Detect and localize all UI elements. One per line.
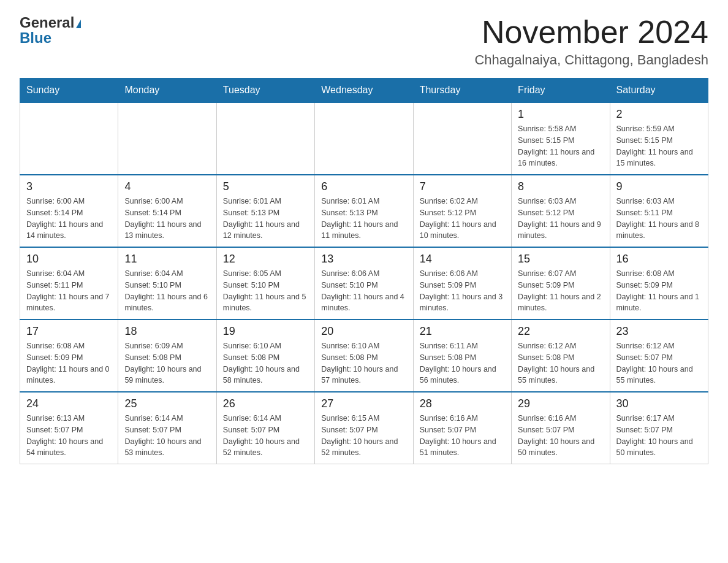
- day-info: Sunrise: 6:17 AMSunset: 5:07 PMDaylight:…: [616, 413, 702, 459]
- calendar-week-row: 3Sunrise: 6:00 AMSunset: 5:14 PMDaylight…: [20, 175, 708, 247]
- table-row: 21Sunrise: 6:11 AMSunset: 5:08 PMDayligh…: [413, 320, 511, 392]
- day-number: 8: [518, 180, 603, 193]
- table-row: 14Sunrise: 6:06 AMSunset: 5:09 PMDayligh…: [413, 247, 511, 320]
- day-info: Sunrise: 6:12 AMSunset: 5:07 PMDaylight:…: [616, 340, 702, 386]
- calendar-table: Sunday Monday Tuesday Wednesday Thursday…: [20, 78, 708, 464]
- day-info: Sunrise: 6:16 AMSunset: 5:07 PMDaylight:…: [420, 413, 505, 459]
- day-number: 12: [223, 253, 308, 266]
- table-row: 2Sunrise: 5:59 AMSunset: 5:15 PMDaylight…: [610, 102, 708, 175]
- table-row: 1Sunrise: 5:58 AMSunset: 5:15 PMDaylight…: [512, 102, 610, 175]
- day-number: 3: [26, 180, 112, 193]
- day-number: 29: [518, 397, 603, 410]
- col-header-tuesday: Tuesday: [216, 79, 314, 103]
- col-header-friday: Friday: [512, 79, 610, 103]
- day-info: Sunrise: 6:03 AMSunset: 5:11 PMDaylight:…: [616, 196, 702, 242]
- day-number: 16: [616, 253, 702, 266]
- day-number: 14: [420, 253, 505, 266]
- col-header-wednesday: Wednesday: [315, 79, 413, 103]
- day-info: Sunrise: 6:13 AMSunset: 5:07 PMDaylight:…: [26, 413, 112, 459]
- table-row: 7Sunrise: 6:02 AMSunset: 5:12 PMDaylight…: [413, 175, 511, 247]
- day-info: Sunrise: 6:09 AMSunset: 5:08 PMDaylight:…: [124, 340, 210, 386]
- day-number: 19: [223, 325, 308, 338]
- table-row: 15Sunrise: 6:07 AMSunset: 5:09 PMDayligh…: [512, 247, 610, 320]
- day-number: 26: [223, 397, 308, 410]
- col-header-monday: Monday: [118, 79, 216, 103]
- table-row: 25Sunrise: 6:14 AMSunset: 5:07 PMDayligh…: [118, 392, 216, 464]
- day-info: Sunrise: 6:14 AMSunset: 5:07 PMDaylight:…: [124, 413, 210, 459]
- logo-triangle-icon: [76, 20, 81, 28]
- table-row: 11Sunrise: 6:04 AMSunset: 5:10 PMDayligh…: [118, 247, 216, 320]
- day-info: Sunrise: 6:02 AMSunset: 5:12 PMDaylight:…: [420, 196, 505, 242]
- table-row: 22Sunrise: 6:12 AMSunset: 5:08 PMDayligh…: [512, 320, 610, 392]
- day-info: Sunrise: 6:04 AMSunset: 5:11 PMDaylight:…: [26, 268, 112, 314]
- calendar-week-row: 1Sunrise: 5:58 AMSunset: 5:15 PMDaylight…: [20, 102, 708, 175]
- day-number: 28: [420, 397, 505, 410]
- day-number: 18: [124, 325, 210, 338]
- calendar-week-row: 17Sunrise: 6:08 AMSunset: 5:09 PMDayligh…: [20, 320, 708, 392]
- table-row: 16Sunrise: 6:08 AMSunset: 5:09 PMDayligh…: [610, 247, 708, 320]
- day-info: Sunrise: 6:10 AMSunset: 5:08 PMDaylight:…: [223, 340, 308, 386]
- day-number: 30: [616, 397, 702, 410]
- table-row: 23Sunrise: 6:12 AMSunset: 5:07 PMDayligh…: [610, 320, 708, 392]
- day-number: 7: [420, 180, 505, 193]
- calendar-week-row: 10Sunrise: 6:04 AMSunset: 5:11 PMDayligh…: [20, 247, 708, 320]
- day-info: Sunrise: 6:14 AMSunset: 5:07 PMDaylight:…: [223, 413, 308, 459]
- day-number: 15: [518, 253, 603, 266]
- day-info: Sunrise: 6:12 AMSunset: 5:08 PMDaylight:…: [518, 340, 603, 386]
- table-row: 24Sunrise: 6:13 AMSunset: 5:07 PMDayligh…: [20, 392, 118, 464]
- day-info: Sunrise: 6:04 AMSunset: 5:10 PMDaylight:…: [124, 268, 210, 314]
- table-row: 27Sunrise: 6:15 AMSunset: 5:07 PMDayligh…: [315, 392, 413, 464]
- table-row: 28Sunrise: 6:16 AMSunset: 5:07 PMDayligh…: [413, 392, 511, 464]
- day-number: 13: [321, 253, 406, 266]
- day-number: 22: [518, 325, 603, 338]
- table-row: 3Sunrise: 6:00 AMSunset: 5:14 PMDaylight…: [20, 175, 118, 247]
- logo-general: General: [20, 15, 74, 31]
- day-info: Sunrise: 6:00 AMSunset: 5:14 PMDaylight:…: [26, 196, 112, 242]
- day-number: 24: [26, 397, 112, 410]
- table-row: 18Sunrise: 6:09 AMSunset: 5:08 PMDayligh…: [118, 320, 216, 392]
- table-row: [20, 102, 118, 175]
- day-info: Sunrise: 6:08 AMSunset: 5:09 PMDaylight:…: [26, 340, 112, 386]
- day-info: Sunrise: 6:00 AMSunset: 5:14 PMDaylight:…: [124, 196, 210, 242]
- day-number: 25: [124, 397, 210, 410]
- day-number: 9: [616, 180, 702, 193]
- day-number: 10: [26, 253, 112, 266]
- day-number: 11: [124, 253, 210, 266]
- table-row: 5Sunrise: 6:01 AMSunset: 5:13 PMDaylight…: [216, 175, 314, 247]
- day-number: 1: [518, 108, 603, 121]
- day-number: 17: [26, 325, 112, 338]
- table-row: 10Sunrise: 6:04 AMSunset: 5:11 PMDayligh…: [20, 247, 118, 320]
- table-row: 8Sunrise: 6:03 AMSunset: 5:12 PMDaylight…: [512, 175, 610, 247]
- day-info: Sunrise: 5:59 AMSunset: 5:15 PMDaylight:…: [616, 123, 702, 169]
- table-row: [118, 102, 216, 175]
- day-info: Sunrise: 6:16 AMSunset: 5:07 PMDaylight:…: [518, 413, 603, 459]
- table-row: [315, 102, 413, 175]
- col-header-saturday: Saturday: [610, 79, 708, 103]
- day-info: Sunrise: 6:11 AMSunset: 5:08 PMDaylight:…: [420, 340, 505, 386]
- day-number: 5: [223, 180, 308, 193]
- col-header-sunday: Sunday: [20, 79, 118, 103]
- day-number: 6: [321, 180, 406, 193]
- day-info: Sunrise: 6:03 AMSunset: 5:12 PMDaylight:…: [518, 196, 603, 242]
- table-row: 26Sunrise: 6:14 AMSunset: 5:07 PMDayligh…: [216, 392, 314, 464]
- table-row: [216, 102, 314, 175]
- day-info: Sunrise: 6:10 AMSunset: 5:08 PMDaylight:…: [321, 340, 406, 386]
- day-info: Sunrise: 6:07 AMSunset: 5:09 PMDaylight:…: [518, 268, 603, 314]
- day-info: Sunrise: 6:05 AMSunset: 5:10 PMDaylight:…: [223, 268, 308, 314]
- day-number: 20: [321, 325, 406, 338]
- day-number: 23: [616, 325, 702, 338]
- table-row: 19Sunrise: 6:10 AMSunset: 5:08 PMDayligh…: [216, 320, 314, 392]
- table-row: [413, 102, 511, 175]
- page-header: General Blue November 2024 Chhagalnaiya,…: [20, 15, 708, 68]
- day-info: Sunrise: 5:58 AMSunset: 5:15 PMDaylight:…: [518, 123, 603, 169]
- day-info: Sunrise: 6:06 AMSunset: 5:10 PMDaylight:…: [321, 268, 406, 314]
- day-number: 21: [420, 325, 505, 338]
- day-info: Sunrise: 6:01 AMSunset: 5:13 PMDaylight:…: [321, 196, 406, 242]
- table-row: 20Sunrise: 6:10 AMSunset: 5:08 PMDayligh…: [315, 320, 413, 392]
- table-row: 29Sunrise: 6:16 AMSunset: 5:07 PMDayligh…: [512, 392, 610, 464]
- logo: General Blue: [20, 15, 81, 47]
- day-info: Sunrise: 6:01 AMSunset: 5:13 PMDaylight:…: [223, 196, 308, 242]
- col-header-thursday: Thursday: [413, 79, 511, 103]
- table-row: 12Sunrise: 6:05 AMSunset: 5:10 PMDayligh…: [216, 247, 314, 320]
- month-title: November 2024: [474, 15, 708, 50]
